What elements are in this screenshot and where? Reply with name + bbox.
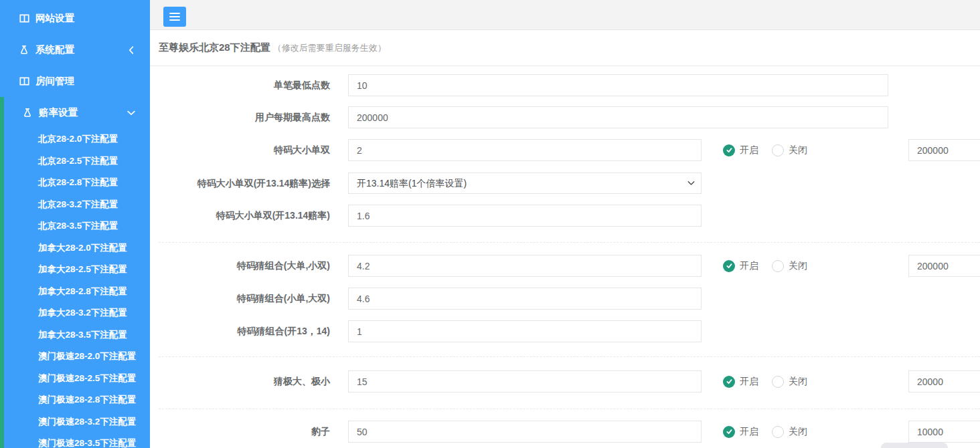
submenu-item[interactable]: 澳门极速28-3.2下注配置: [0, 411, 150, 433]
odds-mode-select-wrap: 开13.14赔率(1个倍率设置): [348, 173, 702, 194]
field-label: 特码猜组合(小单,大双): [150, 288, 330, 310]
enable-toggle-group: 开启 关闭: [723, 139, 807, 161]
submenu-item[interactable]: 澳门极速28-2.0下注配置: [0, 346, 150, 368]
form-row: 特码猜组合(大单,小双) 开启 关闭: [150, 255, 980, 277]
active-section-indicator: [0, 97, 4, 448]
sidebar-item-label: 赔率设置: [39, 106, 78, 119]
section-divider: [159, 409, 980, 409]
limit-input[interactable]: [908, 421, 980, 443]
field-label: 特码猜组合(大单,小双): [150, 255, 330, 277]
field-label: 单笔最低点数: [150, 74, 330, 96]
submenu-item[interactable]: 北京28-3.5下注配置: [0, 215, 150, 237]
page-subtitle: （修改后需要重启服务生效）: [273, 42, 386, 54]
form-row: 猜极大、极小 开启 关闭: [150, 370, 980, 393]
limit-input[interactable]: [908, 370, 980, 393]
flask-icon: [19, 45, 29, 55]
odds-mode-select[interactable]: 开13.14赔率(1个倍率设置): [348, 173, 702, 194]
submenu-item[interactable]: 加拿大28-2.0下注配置: [0, 237, 150, 259]
odds-value-input[interactable]: [348, 421, 702, 443]
flask-icon: [22, 108, 33, 118]
max-points-input[interactable]: [348, 106, 888, 128]
form-row: 单笔最低点数: [150, 74, 980, 96]
chevron-left-icon: [127, 46, 135, 54]
section-divider: [159, 356, 980, 357]
toggle-off-label[interactable]: 关闭: [789, 260, 807, 272]
sidebar-item-label: 房间管理: [35, 75, 74, 88]
toggle-off-label[interactable]: 关闭: [789, 144, 807, 156]
radio-checked-icon[interactable]: [723, 260, 735, 272]
toggle-on-label[interactable]: 开启: [740, 376, 758, 388]
odds-value-input[interactable]: [348, 255, 702, 277]
toggle-on-label[interactable]: 开启: [740, 144, 758, 156]
enable-toggle-group: 开启 关闭: [723, 370, 807, 393]
radio-unchecked-icon[interactable]: [772, 426, 784, 438]
page-title: 至尊娱乐北京28下注配置: [159, 41, 270, 54]
enable-toggle-group: 开启 关闭: [723, 255, 807, 277]
submenu-item[interactable]: 加拿大28-3.5下注配置: [0, 324, 150, 346]
columns-icon: [19, 13, 29, 24]
sidebar-item-system-config[interactable]: 系统配置: [0, 34, 150, 66]
submenu-item[interactable]: 澳门极速28-3.5下注配置: [0, 433, 150, 448]
submenu-item[interactable]: 加拿大28-2.5下注配置: [0, 259, 150, 281]
hamburger-icon: [169, 13, 180, 14]
sidebar-item-room-management[interactable]: 房间管理: [0, 66, 150, 97]
sidebar-item-label: 系统配置: [35, 43, 74, 56]
form-row: 特码大小单双(开13.14赔率)选择 开13.14赔率(1个倍率设置): [150, 173, 980, 195]
toggle-off-label[interactable]: 关闭: [789, 426, 807, 438]
sidebar-top-nav: 网站设置 系统配置 房间管理: [0, 0, 150, 448]
form-row: 特码大小单双 开启 关闭: [150, 139, 980, 161]
field-label: 特码大小单双: [150, 139, 330, 161]
form-row: 特码猜组合(小单,大双): [150, 288, 980, 310]
submenu-item[interactable]: 加拿大28-2.8下注配置: [0, 281, 150, 303]
odds-settings-submenu: 北京28-2.0下注配置 北京28-2.5下注配置 北京28-2.8下注配置 北…: [0, 128, 150, 448]
min-points-input[interactable]: [348, 74, 888, 96]
submenu-item[interactable]: 北京28-2.0下注配置: [0, 128, 150, 150]
odds-value-input[interactable]: [348, 320, 702, 342]
submenu-item[interactable]: 北京28-3.2下注配置: [0, 194, 150, 216]
form-row: 用户每期最高点数: [150, 106, 980, 128]
menu-toggle-button[interactable]: [163, 7, 186, 27]
form-row: 特码大小单双(开13.14赔率): [150, 205, 980, 227]
odds-value-input[interactable]: [348, 139, 702, 161]
form-row: 特码猜组合(开13，14): [150, 320, 980, 342]
form-row: 豹子 开启 关闭: [150, 421, 980, 443]
field-label: 特码猜组合(开13，14): [150, 320, 330, 342]
field-label: 豹子: [150, 421, 330, 443]
odds-value-input[interactable]: [348, 288, 702, 310]
section-divider: [159, 242, 980, 243]
bottom-corner-element: [881, 443, 948, 448]
sidebar-item-label: 网站设置: [35, 12, 74, 25]
limit-input[interactable]: [908, 139, 980, 161]
field-label: 猜极大、极小: [150, 370, 330, 393]
field-label: 特码大小单双(开13.14赔率): [150, 205, 330, 227]
toggle-off-label[interactable]: 关闭: [789, 376, 807, 388]
topbar: [150, 0, 980, 30]
chevron-down-icon: [127, 109, 135, 117]
submenu-item[interactable]: 加拿大28-3.2下注配置: [0, 302, 150, 324]
radio-checked-icon[interactable]: [723, 376, 735, 388]
sidebar-item-odds-settings[interactable]: 赔率设置: [0, 97, 150, 128]
radio-checked-icon[interactable]: [723, 426, 735, 438]
submenu-item[interactable]: 澳门极速28-2.8下注配置: [0, 389, 150, 411]
field-label: 用户每期最高点数: [150, 106, 330, 128]
odds-value-input[interactable]: [348, 370, 702, 393]
columns-icon: [19, 76, 29, 87]
radio-unchecked-icon[interactable]: [772, 376, 784, 388]
main-content: 至尊娱乐北京28下注配置 （修改后需要重启服务生效） 单笔最低点数 用户每期最高…: [150, 0, 980, 448]
submenu-item[interactable]: 澳门极速28-2.5下注配置: [0, 368, 150, 390]
radio-unchecked-icon[interactable]: [772, 144, 784, 156]
toggle-on-label[interactable]: 开启: [740, 426, 758, 438]
odds-value-input[interactable]: [348, 205, 702, 227]
radio-unchecked-icon[interactable]: [772, 260, 784, 272]
page-header: 至尊娱乐北京28下注配置 （修改后需要重启服务生效）: [150, 30, 980, 66]
field-label: 特码大小单双(开13.14赔率)选择: [150, 173, 330, 195]
enable-toggle-group: 开启 关闭: [723, 421, 807, 443]
submenu-item[interactable]: 北京28-2.8下注配置: [0, 172, 150, 194]
sidebar: 网站设置 系统配置 房间管理: [0, 0, 150, 448]
sidebar-item-website-settings[interactable]: 网站设置: [0, 3, 150, 34]
radio-checked-icon[interactable]: [723, 144, 735, 156]
app-window: 网站设置 系统配置 房间管理: [0, 0, 980, 448]
limit-input[interactable]: [908, 255, 980, 277]
toggle-on-label[interactable]: 开启: [740, 260, 758, 272]
submenu-item[interactable]: 北京28-2.5下注配置: [0, 150, 150, 173]
